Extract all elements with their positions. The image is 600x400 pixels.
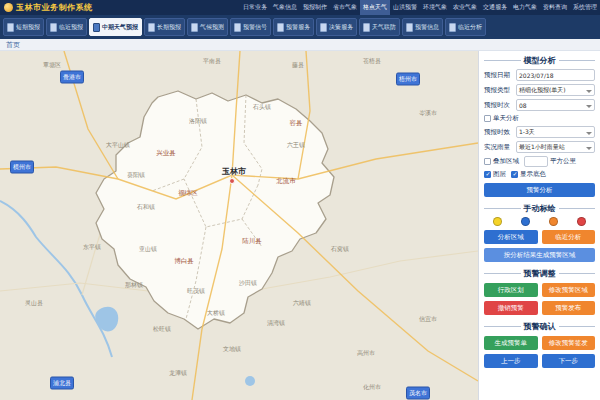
button-row: 分析区域临近分析 bbox=[484, 230, 595, 244]
topnav-item-5[interactable]: 山洪预警 bbox=[390, 0, 420, 15]
panel-button[interactable]: 临近分析 bbox=[542, 230, 596, 244]
panel-button[interactable]: 撤销预警 bbox=[484, 301, 538, 315]
check-row: 图层显示底色 bbox=[484, 170, 595, 179]
document-icon bbox=[50, 23, 57, 32]
document-icon bbox=[93, 23, 100, 32]
panel-button[interactable]: 修改预警区域 bbox=[542, 283, 596, 297]
topnav-item-11[interactable]: 系统管理 bbox=[570, 0, 600, 15]
topnav-item-8[interactable]: 交通服务 bbox=[480, 0, 510, 15]
topnav-item-1[interactable]: 气象信息 bbox=[270, 0, 300, 15]
topnav-item-9[interactable]: 电力气象 bbox=[510, 0, 540, 15]
topnav-item-4[interactable]: 格点天气 bbox=[360, 0, 390, 15]
map-label-marker[interactable]: 横州市 bbox=[10, 161, 34, 174]
document-icon bbox=[148, 23, 155, 32]
yellow-pen-icon[interactable] bbox=[493, 217, 502, 226]
checkbox[interactable] bbox=[484, 158, 491, 165]
map-label-town: 六王镇 bbox=[287, 141, 305, 150]
panel-button[interactable]: 生成预警单 bbox=[484, 336, 538, 350]
checkbox[interactable] bbox=[484, 171, 491, 178]
tab-7[interactable]: 决策服务 bbox=[316, 18, 357, 36]
panel-button[interactable]: 行政区划 bbox=[484, 283, 538, 297]
panel-button[interactable]: 预警发布 bbox=[542, 301, 596, 315]
select-5[interactable]: 最近1小时雨量站 bbox=[516, 141, 595, 153]
map-label-county: 北流市 bbox=[276, 177, 296, 186]
document-icon bbox=[449, 23, 456, 32]
tab-9[interactable]: 预警信息 bbox=[402, 18, 443, 36]
field-label: 实况雨量 bbox=[484, 143, 514, 152]
panel-button[interactable]: 修改预警签发 bbox=[542, 336, 596, 350]
map-label-town: 大平山镇 bbox=[106, 141, 130, 150]
blue-pen-icon[interactable] bbox=[521, 217, 530, 226]
button-row: 撤销预警预警发布 bbox=[484, 301, 595, 315]
map-label-town: 旺茂镇 bbox=[187, 287, 205, 296]
breadcrumb[interactable]: 首页 bbox=[0, 39, 600, 51]
map-label-county: 福绵区 bbox=[178, 189, 198, 198]
tab-3[interactable]: 长期预报 bbox=[144, 18, 185, 36]
select-4[interactable]: 1-3天 bbox=[516, 126, 595, 138]
tab-label: 气候预测 bbox=[200, 23, 224, 32]
form-row: 预报时效1-3天 bbox=[484, 126, 595, 138]
map-label-town: 葵阳镇 bbox=[127, 171, 145, 180]
form-row: 实况雨量最近1小时雨量站 bbox=[484, 141, 595, 153]
red-pen-icon[interactable] bbox=[577, 217, 586, 226]
section-title: 预警确认 bbox=[484, 321, 595, 332]
map-canvas[interactable]: 覃塘区贵港市平南县藤县苍梧县梧州市岑溪市石头镇洛阳镇容县六王镇兴业县大平山镇葵阳… bbox=[0, 51, 478, 400]
tab-5[interactable]: 预警信号 bbox=[230, 18, 271, 36]
tab-label: 决策服务 bbox=[329, 23, 353, 32]
map-label-county: 陆川县 bbox=[242, 237, 262, 246]
panel-button[interactable]: 上一步 bbox=[484, 354, 538, 368]
map-label-marker[interactable]: 梧州市 bbox=[396, 73, 420, 86]
select-1[interactable]: 精细化预报(单天) bbox=[516, 84, 595, 96]
checkbox[interactable] bbox=[511, 171, 518, 178]
tab-10[interactable]: 临近分析 bbox=[445, 18, 486, 36]
map-label-town: 化州市 bbox=[363, 383, 381, 392]
topnav-item-7[interactable]: 农业气象 bbox=[450, 0, 480, 15]
checkbox-label: 单天分析 bbox=[493, 114, 519, 123]
area-row: 叠加区域平方公里 bbox=[484, 156, 595, 167]
tab-label: 天气联防 bbox=[372, 23, 396, 32]
panel-button[interactable]: 预警分析 bbox=[484, 183, 595, 197]
tab-6[interactable]: 预警服务 bbox=[273, 18, 314, 36]
select-2[interactable]: 08 bbox=[516, 99, 595, 111]
top-nav: 日常业务气象信息预报制作省市气象格点天气山洪预警环境气象农业气象交通服务电力气象… bbox=[240, 0, 600, 15]
map-label-town: 石头镇 bbox=[253, 103, 271, 112]
topnav-item-3[interactable]: 省市气象 bbox=[330, 0, 360, 15]
tab-label: 预警信号 bbox=[243, 23, 267, 32]
field-label: 预报类型 bbox=[484, 86, 514, 95]
map-label-marker[interactable]: 贵港市 bbox=[60, 71, 84, 84]
map-label-county: 容县 bbox=[290, 119, 303, 128]
tab-label: 长期预报 bbox=[157, 23, 181, 32]
breadcrumb-home-link[interactable]: 首页 bbox=[6, 40, 20, 50]
tab-0[interactable]: 短期预报 bbox=[3, 18, 44, 36]
document-icon bbox=[277, 23, 284, 32]
tab-8[interactable]: 天气联防 bbox=[359, 18, 400, 36]
checkbox-label: 显示底色 bbox=[520, 170, 546, 179]
date-input-0[interactable]: 2023/07/18 bbox=[516, 69, 595, 81]
topnav-item-0[interactable]: 日常业务 bbox=[240, 0, 270, 15]
top-bar: 玉林市业务制作系统 日常业务气象信息预报制作省市气象格点天气山洪预警环境气象农业… bbox=[0, 0, 600, 15]
tab-1[interactable]: 临近预报 bbox=[46, 18, 87, 36]
area-size-input[interactable] bbox=[524, 156, 548, 167]
panel-button[interactable]: 按分析结果生成预警区域 bbox=[484, 248, 595, 262]
map-label-marker[interactable]: 茂名市 bbox=[406, 387, 430, 400]
map-label-town: 灵山县 bbox=[25, 299, 43, 308]
tab-4[interactable]: 气候预测 bbox=[187, 18, 228, 36]
topnav-item-6[interactable]: 环境气象 bbox=[420, 0, 450, 15]
map-label-town: 覃塘区 bbox=[43, 61, 61, 70]
panel-button[interactable]: 分析区域 bbox=[484, 230, 538, 244]
app-logo-icon bbox=[4, 3, 13, 12]
map-label-city: 玉林市 bbox=[222, 166, 246, 177]
map-label-town: 那林镇 bbox=[125, 281, 143, 290]
tab-2[interactable]: 中期天气预报 bbox=[89, 18, 142, 36]
tab-bar: 短期预报临近预报中期天气预报长期预报气候预测预警信号预警服务决策服务天气联防预警… bbox=[0, 15, 600, 39]
analysis-panel: 模型分析 预报日期2023/07/18预报类型精细化预报(单天)预报时次08单天… bbox=[478, 51, 600, 400]
panel-button[interactable]: 下一步 bbox=[542, 354, 596, 368]
checkbox-label: 叠加区域 bbox=[493, 157, 519, 166]
document-icon bbox=[234, 23, 241, 32]
topnav-item-2[interactable]: 预报制作 bbox=[300, 0, 330, 15]
checkbox[interactable] bbox=[484, 115, 491, 122]
orange-pen-icon[interactable] bbox=[549, 217, 558, 226]
document-icon bbox=[363, 23, 370, 32]
topnav-item-10[interactable]: 资料查询 bbox=[540, 0, 570, 15]
map-label-marker[interactable]: 浦北县 bbox=[50, 377, 74, 390]
